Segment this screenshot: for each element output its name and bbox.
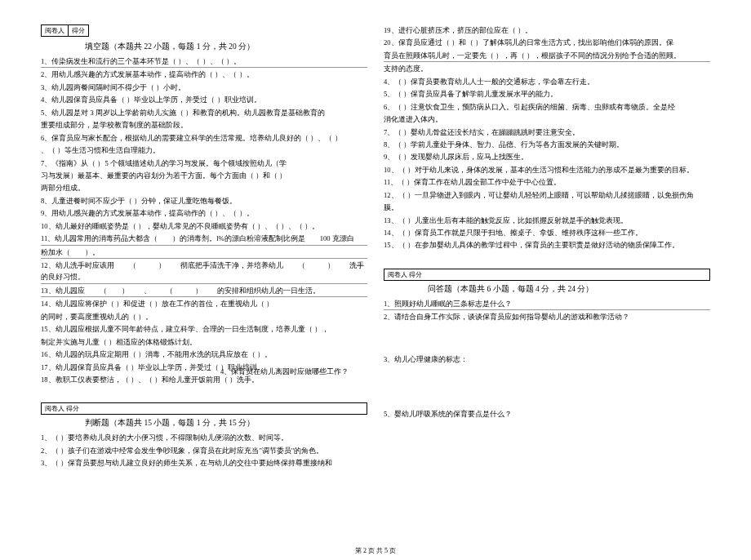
judge-q: 11、（ ）保育工作在幼儿园全部工作中处于中心位置。 xyxy=(384,176,710,188)
fill-q: 7、《指南》从（ ）5 个领域描述幼儿的学习与发展。每个领域按照幼儿（学 xyxy=(41,158,367,169)
qa-q: 5、婴幼儿呼吸系统的保育要点是什么？ xyxy=(384,408,710,420)
fill-q: 4、幼儿园保育员应具备（ ）毕业以上学历，并受过（ ）职业培训。 xyxy=(41,94,367,105)
judge-q: 12、（ ）一旦异物进入到眼内，可让婴幼儿轻轻闭上眼睛，可以帮助幼儿揉搓眼睛，以… xyxy=(384,189,710,201)
fill-q: 1、传染病发生和流行的三个基本环节是（ ）、（ ）、（ ）。 xyxy=(41,56,367,68)
page-columns: 阅卷人 得分 填空题（本题共 22 小题，每题 1 分，共 20 分） 1、传染… xyxy=(41,24,710,531)
qa-q: 2、请结合自身工作实际，谈谈保育员应如何指导婴幼儿的游戏和教学活动？ xyxy=(384,311,710,322)
judge-q: 20、保育员应通过（ ）和（ ）了解体弱儿的日常生活方式，找出影响他们体弱的原因… xyxy=(384,37,710,48)
fill-q: 3、幼儿园两餐间隔时间不得少于（ ）小时。 xyxy=(41,82,367,93)
judge-q: 10、（ ）对于幼儿来说，身体的发展，基本的生活习惯和生活能力的形成不是最为重要… xyxy=(384,164,710,176)
qa-q: 4、保育员在幼儿离园时应做哪些工作？ xyxy=(220,366,710,377)
page-footer: 第 2 页 共 5 页 xyxy=(0,546,751,555)
judge-q: 9、（ ）发现婴幼儿尿床后，应马上找医生。 xyxy=(384,151,710,162)
judge-q: 8、（ ）学前儿童处于身体、智力、品德、行为等各方面发展的关键时期。 xyxy=(384,139,710,150)
fill-q-cont: 、（ ）等生活习惯和生活自理能力。 xyxy=(41,144,367,156)
fill-q: 8、儿童进餐时间不应少于（ ）分钟，保证儿童吃饱每餐饭。 xyxy=(41,195,367,207)
judge-q-cont: 膜。 xyxy=(384,202,710,213)
grader-score-box: 阅卷人 得分 xyxy=(41,402,367,415)
fill-q-cont: 的同时，要高度重视幼儿的（ ）。 xyxy=(41,311,367,322)
fill-q-cont: 粉加水（ ）。 xyxy=(41,247,367,259)
grader-score-box: 阅卷人 得分 xyxy=(41,24,89,37)
judge-q-cont: 育员在照顾体弱儿时，一定要先（ ），再（ ），根据孩子不同的情况分别给予合适的照… xyxy=(384,50,710,62)
grader-label: 阅卷人 xyxy=(42,25,69,36)
fill-q: 14、幼儿园应将保护（ ）和促进（ ）放在工作的首位，在重视幼儿（ ） xyxy=(41,298,367,309)
judge-q: 19、进行心脏挤压术，挤压的部位应在（ ）。 xyxy=(384,24,710,36)
fill-q: 9、用幼儿感兴趣的方式发展基本动作，提高动作的（ ）、（ ）。 xyxy=(41,207,367,219)
fill-q: 5、幼儿园是对 3 周岁以上学龄前幼儿实施（ ）和教育的机构。幼儿园教育是基础教… xyxy=(41,107,367,118)
judge-q: 5、（ ）保育员应具备了解学前儿童发展水平的能力。 xyxy=(384,88,710,100)
judge-q: 4、（ ）保育员要教育幼儿人士一般的交通标志，学会靠左行走。 xyxy=(384,76,710,87)
judge-q: 2、（ ）孩子们在游戏中经常会发生争吵现象，保育员在此时应充当"调节委员"的角色… xyxy=(41,445,367,456)
judge-q: 13、（ ）儿童出生后有本能的触觉反应，比如抓握反射就是手的触觉表现。 xyxy=(384,215,710,226)
judge-q-cont: 支持的态度。 xyxy=(384,63,710,74)
fill-q-cont: 习与发展）最基本、最重要的内容划分为若干方面。每个方面由（ ）和（ ） xyxy=(41,170,367,181)
fill-header: 阅卷人 得分 xyxy=(41,24,367,37)
judge-q: 15、（ ）在参加婴幼儿具体的教学过程中，保育员的主要职责是做好活动的物质保障工… xyxy=(384,239,710,251)
fill-q: 15、幼儿园应根据儿童不同年龄特点，建立科学、合理的一日生活制度，培养儿童（ ）… xyxy=(41,323,367,335)
fill-q: 16、幼儿园的玩具应定期用（ ）消毒，不能用水洗的玩具应放在（ ）。 xyxy=(41,349,367,360)
right-column: 19、进行心脏挤压术，挤压的部位应在（ ）。 20、保育员应通过（ ）和（ ）了… xyxy=(384,24,710,531)
fill-q: 6、保育员应与家长配合，根据幼儿的需要建立科学的生活常规。培养幼儿良好的（ ）、… xyxy=(41,132,367,144)
judge-section-title: 判断题（本题共 15 小题，每题 1 分，共 15 分） xyxy=(85,418,367,429)
judge-q: 14、（ ）保育员工作就是只限于扫地、擦桌子、拿饭、维持秩序这样一些工作。 xyxy=(384,227,710,238)
judge-q: 3、（ ）保育员要想与幼儿建立良好的师生关系，在与幼儿的交往中要始终保持尊重接纳… xyxy=(41,457,367,469)
fill-q: 10、幼儿最好的睡眠姿势是（ ），婴幼儿常见的不良睡眠姿势有（ ）、（ ）、（ … xyxy=(41,220,367,232)
fill-q: 2、用幼儿感兴趣的方式发展基本动作，提高动作的（ ）、（ ）。 xyxy=(41,69,367,80)
judge-q: 6、（ ）注意饮食卫生，预防病从口入。引起疾病的细菌、病毒、虫卵或有毒物质。全是… xyxy=(384,101,710,113)
fill-q: 13、幼儿园应 （ ） 、 （ ） 的安排和组织幼儿的一日生活。 xyxy=(41,285,367,297)
fill-section-title: 填空题（本题共 22 小题，每题 1 分，共 20 分） xyxy=(85,42,367,52)
fill-q: 12、幼儿洗手时应该用 （ ） 彻底把手清洗干净，并培养幼儿 （ ） 洗手的良好… xyxy=(41,260,367,284)
qa-section-title: 问答题（本题共 6 小题，每题 4 分，共 24 分） xyxy=(428,284,710,295)
qa-q: 1、照顾好幼儿睡眠的三条标志是什么？ xyxy=(384,298,710,310)
judge-q: 7、（ ）婴幼儿骨盆还没长结实，在蹦蹦跳跳时要注意安全。 xyxy=(384,127,710,138)
qa-q: 3、幼儿心理健康的标志： xyxy=(384,353,710,365)
score-label: 得分 xyxy=(69,25,88,36)
judge-q: 1、（ ）要培养幼儿良好的大小便习惯，不得限制幼儿便溺的次数、时间等。 xyxy=(41,432,367,443)
fill-q-cont: 两部分组成。 xyxy=(41,182,367,193)
fill-q: 11、幼儿园常用的消毒药品大都含（ ）的消毒剂。l%的漂白粉溶液配制比例是 10… xyxy=(41,233,367,245)
fill-q-cont: 重要组成部分，是学校教育制度的基础阶段。 xyxy=(41,119,367,131)
fill-q-cont: 制定并实施与儿童（ ）相适应的体格锻炼计划。 xyxy=(41,336,367,348)
grader-score-box: 阅卷人 得分 xyxy=(384,269,710,281)
left-column: 阅卷人 得分 填空题（本题共 22 小题，每题 1 分，共 20 分） 1、传染… xyxy=(41,24,367,531)
judge-q-cont: 消化道进入体内。 xyxy=(384,113,710,125)
